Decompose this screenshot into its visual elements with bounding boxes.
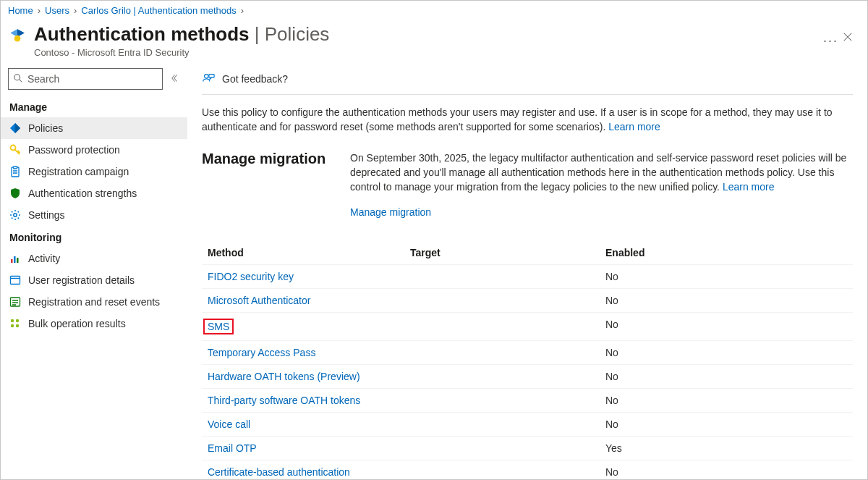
- page-header: Authentication methods | Policies Contos…: [1, 20, 867, 64]
- sidebar-item-registration-campaign[interactable]: Registration campaign: [1, 161, 187, 182]
- breadcrumb-item[interactable]: Users: [45, 5, 69, 16]
- cell-target: [410, 347, 605, 358]
- sidebar-item-policies[interactable]: Policies: [1, 117, 187, 139]
- sidebar-item-password-protection[interactable]: Password protection: [1, 139, 187, 161]
- cell-enabled: No: [605, 466, 847, 478]
- list-icon: [9, 296, 21, 308]
- table-row[interactable]: Third-party software OATH tokensNo: [202, 388, 853, 412]
- table-header-enabled: Enabled: [605, 247, 847, 258]
- svg-point-13: [11, 319, 14, 322]
- more-actions-button[interactable]: ···: [823, 33, 838, 49]
- cell-method: Hardware OATH tokens (Preview): [208, 371, 410, 382]
- cell-target: [410, 466, 605, 478]
- sidebar-item-user-registration-details[interactable]: User registration details: [1, 269, 187, 291]
- svg-point-6: [14, 214, 17, 216]
- cell-enabled: No: [605, 319, 847, 334]
- svg-point-15: [11, 324, 14, 327]
- method-link[interactable]: Temporary Access Pass: [208, 347, 315, 358]
- method-link[interactable]: Email OTP: [208, 442, 257, 454]
- sidebar-item-label: Registration and reset events: [28, 296, 160, 308]
- sidebar-item-label: Settings: [28, 209, 65, 221]
- cell-target: [410, 442, 605, 454]
- svg-rect-5: [14, 167, 17, 169]
- svg-rect-7: [11, 259, 13, 263]
- methods-table: Method Target Enabled FIDO2 security key…: [202, 241, 853, 479]
- sidebar-item-activity[interactable]: Activity: [1, 248, 187, 269]
- close-button[interactable]: [838, 28, 857, 49]
- cell-enabled: No: [605, 418, 847, 430]
- table-row[interactable]: Voice callNo: [202, 412, 853, 436]
- sidebar-item-bulk-operation-results[interactable]: Bulk operation results: [1, 313, 187, 334]
- cell-method: SMS: [208, 319, 410, 334]
- svg-rect-8: [14, 256, 16, 263]
- manage-migration-link[interactable]: Manage migration: [350, 205, 431, 219]
- intro-learn-more-link[interactable]: Learn more: [608, 121, 660, 132]
- cell-target: [410, 319, 605, 334]
- key-icon: [9, 144, 21, 156]
- feedback-button[interactable]: Got feedback?: [202, 68, 853, 95]
- app-frame: Home › Users › Carlos Grilo | Authentica…: [0, 0, 868, 480]
- sidebar-item-label: Registration campaign: [28, 166, 129, 177]
- method-link[interactable]: Third-party software OATH tokens: [208, 395, 360, 406]
- cell-enabled: No: [605, 347, 847, 358]
- cell-target: [410, 295, 605, 306]
- browser-icon: [9, 274, 21, 286]
- sidebar-item-authentication-strengths[interactable]: Authentication strengths: [1, 182, 187, 204]
- cell-target: [410, 418, 605, 430]
- table-row[interactable]: Microsoft AuthenticatorNo: [202, 288, 853, 312]
- page-title: Authentication methods | Policies: [34, 23, 813, 46]
- cell-method: FIDO2 security key: [208, 271, 410, 282]
- cell-enabled: No: [605, 271, 847, 282]
- svg-point-1: [14, 74, 20, 80]
- collapse-sidebar-button[interactable]: [171, 74, 180, 85]
- cell-enabled: No: [605, 295, 847, 306]
- cell-method: Microsoft Authenticator: [208, 295, 410, 306]
- search-input[interactable]: [27, 73, 158, 85]
- search-icon: [13, 73, 23, 85]
- nav-group-label: Manage: [1, 96, 187, 117]
- table-row[interactable]: SMSNo: [202, 312, 853, 340]
- breadcrumb: Home › Users › Carlos Grilo | Authentica…: [1, 1, 867, 20]
- main-content: Got feedback? Use this policy to configu…: [187, 64, 867, 479]
- highlight-box: SMS: [203, 319, 234, 334]
- table-header-target: Target: [410, 247, 605, 258]
- method-link[interactable]: Microsoft Authenticator: [208, 295, 310, 306]
- cell-method: Voice call: [208, 418, 410, 430]
- sidebar: ManagePoliciesPassword protectionRegistr…: [1, 64, 187, 479]
- cell-target: [410, 371, 605, 382]
- table-row[interactable]: Email OTPYes: [202, 436, 853, 460]
- sidebar-item-settings[interactable]: Settings: [1, 204, 187, 226]
- cell-method: Temporary Access Pass: [208, 347, 410, 358]
- migration-heading: Manage migration: [202, 151, 328, 219]
- table-row[interactable]: Temporary Access PassNo: [202, 340, 853, 364]
- table-row[interactable]: Certificate-based authenticationNo: [202, 460, 853, 479]
- table-row[interactable]: Hardware OATH tokens (Preview)No: [202, 364, 853, 388]
- bulk-icon: [9, 318, 21, 329]
- method-link[interactable]: SMS: [208, 321, 229, 332]
- sidebar-item-registration-and-reset-events[interactable]: Registration and reset events: [1, 291, 187, 313]
- sidebar-item-label: Policies: [28, 122, 63, 134]
- sidebar-item-label: Password protection: [28, 144, 120, 156]
- bars-icon: [9, 253, 21, 264]
- method-link[interactable]: Certificate-based authentication: [208, 466, 350, 478]
- breadcrumb-item[interactable]: Carlos Grilo | Authentication methods: [81, 5, 236, 16]
- intro-text: Use this policy to configure the authent…: [202, 95, 853, 142]
- migration-section: Manage migration On September 30th, 2025…: [202, 142, 853, 224]
- svg-point-17: [205, 75, 208, 78]
- table-row[interactable]: FIDO2 security keyNo: [202, 264, 853, 288]
- cell-method: Certificate-based authentication: [208, 466, 410, 478]
- search-box[interactable]: [8, 68, 163, 90]
- cell-enabled: No: [605, 395, 847, 406]
- sidebar-item-label: User registration details: [28, 274, 135, 286]
- breadcrumb-item[interactable]: Home: [8, 5, 33, 16]
- migration-learn-more-link[interactable]: Learn more: [723, 181, 775, 193]
- sidebar-nav: ManagePoliciesPassword protectionRegistr…: [1, 96, 187, 334]
- nav-group-label: Monitoring: [1, 226, 187, 248]
- method-link[interactable]: Voice call: [208, 418, 250, 430]
- table-header-row: Method Target Enabled: [202, 241, 853, 264]
- diamond-icon: [9, 122, 21, 134]
- svg-rect-18: [209, 75, 214, 78]
- chevron-right-icon: ›: [241, 5, 244, 16]
- method-link[interactable]: FIDO2 security key: [208, 271, 294, 282]
- method-link[interactable]: Hardware OATH tokens (Preview): [208, 371, 360, 382]
